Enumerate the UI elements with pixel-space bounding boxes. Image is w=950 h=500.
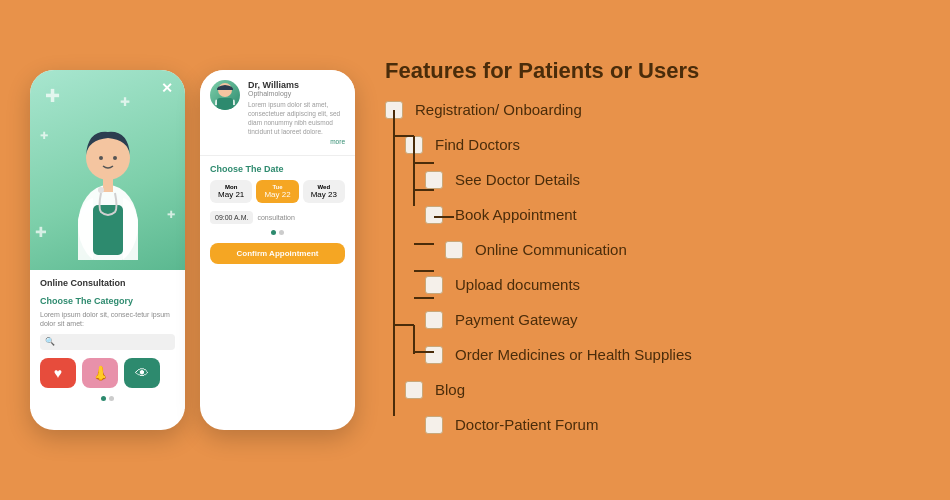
checkbox-online-communication[interactable]: [445, 241, 463, 259]
doctor-description: Lorem ipsum dolor sit amet, consectetuer…: [248, 100, 345, 136]
category-description: Lorem ipsum dolor sit, consec-tetur ipsu…: [40, 310, 175, 328]
feature-label-upload-documents: Upload documents: [455, 276, 580, 293]
features-section: Features for Patients or Users: [375, 58, 920, 441]
checkbox-doctor-forum[interactable]: [425, 416, 443, 434]
category-nose[interactable]: 👃: [82, 358, 118, 388]
avatar-illustration: [210, 80, 240, 110]
cross-icon-4: ✚: [35, 224, 47, 240]
checkbox-find-doctors[interactable]: [405, 136, 423, 154]
date-23: May 23: [305, 190, 343, 199]
decorations: ✚ ✚ ✚ ✚ ✚: [30, 70, 185, 270]
feature-find-doctors: Find Doctors: [405, 136, 920, 154]
cross-icon-2: ✚: [120, 95, 130, 109]
time-badge: 09:00 A.M.: [210, 211, 253, 224]
eye-icon: 👁: [135, 365, 149, 381]
doctor-name: Dr, Williams: [248, 80, 345, 90]
phone2-calendar: Choose The Date Mon May 21 Tue May 22 We…: [200, 156, 355, 272]
feature-label-find-doctors: Find Doctors: [435, 136, 520, 153]
feature-label-book-appointment: Book Appointment: [455, 206, 577, 223]
feature-doctor-forum: Doctor-Patient Forum: [425, 416, 920, 434]
doctor-avatar: [210, 80, 240, 110]
search-icon: 🔍: [45, 337, 55, 346]
dot-1: [101, 396, 106, 401]
checkbox-payment-gateway[interactable]: [425, 311, 443, 329]
category-heart[interactable]: ♥: [40, 358, 76, 388]
feature-order-medicines: Order Medicines or Health Supplies: [425, 346, 920, 364]
feature-label-blog: Blog: [435, 381, 465, 398]
choose-category-label: Choose The Category: [40, 296, 175, 306]
date-22: May 22: [258, 190, 296, 199]
feature-book-appointment: Book Appointment: [425, 206, 920, 224]
features-items: Registration/ Onboarding Find Doctors Se…: [385, 101, 920, 442]
feature-label-doctor-forum: Doctor-Patient Forum: [455, 416, 598, 433]
feature-blog: Blog: [405, 381, 920, 399]
checkbox-blog[interactable]: [405, 381, 423, 399]
cross-icon-5: ✚: [167, 209, 175, 220]
nose-icon: 👃: [92, 365, 109, 381]
doctor-more-link[interactable]: more: [248, 138, 345, 145]
date-mon[interactable]: Mon May 21: [210, 180, 252, 203]
feature-payment-gateway: Payment Gateway: [425, 311, 920, 329]
date-21: May 21: [212, 190, 250, 199]
checkbox-book-appointment[interactable]: [425, 206, 443, 224]
cal-dot-2: [279, 230, 284, 235]
phone-mockup-1: ✕ ✚ ✚ ✚ ✚ ✚: [30, 70, 185, 430]
phone-mockup-2: Dr, Williams Opthalmology Lorem ipsum do…: [200, 70, 355, 430]
date-wed[interactable]: Wed May 23: [303, 180, 345, 203]
feature-label-payment-gateway: Payment Gateway: [455, 311, 578, 328]
phone1-hero: ✕ ✚ ✚ ✚ ✚ ✚: [30, 70, 185, 270]
feature-upload-documents: Upload documents: [425, 276, 920, 294]
doctor-specialty: Opthalmology: [248, 90, 345, 97]
category-eye[interactable]: 👁: [124, 358, 160, 388]
phone2-doctor-info: Dr, Williams Opthalmology Lorem ipsum do…: [200, 70, 355, 156]
feature-label-doctor-details: See Doctor Details: [455, 171, 580, 188]
doctor-info: Dr, Williams Opthalmology Lorem ipsum do…: [248, 80, 345, 145]
search-bar[interactable]: 🔍: [40, 334, 175, 350]
feature-label-order-medicines: Order Medicines or Health Supplies: [455, 346, 692, 363]
feature-online-communication: Online Communication: [445, 241, 920, 259]
checkbox-doctor-details[interactable]: [425, 171, 443, 189]
phones-section: ✕ ✚ ✚ ✚ ✚ ✚: [30, 70, 355, 430]
checkbox-upload-documents[interactable]: [425, 276, 443, 294]
cross-icon-3: ✚: [40, 130, 48, 141]
pagination-dots: [40, 396, 175, 401]
heart-icon: ♥: [54, 365, 62, 381]
date-selector: Mon May 21 Tue May 22 Wed May 23: [210, 180, 345, 203]
category-icons: ♥ 👃 👁: [40, 358, 175, 388]
phone1-bottom: Online Consultation Choose The Category …: [30, 270, 185, 409]
svg-rect-8: [217, 98, 233, 110]
consultation-title: Online Consultation: [40, 278, 175, 290]
calendar-dots: [210, 230, 345, 235]
main-container: ✕ ✚ ✚ ✚ ✚ ✚: [0, 0, 950, 500]
confirm-appointment-button[interactable]: Confirm Appointment: [210, 243, 345, 264]
time-label: consultation: [257, 214, 294, 221]
checkbox-order-medicines[interactable]: [425, 346, 443, 364]
time-row: 09:00 A.M. consultation: [210, 211, 345, 224]
feature-doctor-details: See Doctor Details: [425, 171, 920, 189]
date-tue[interactable]: Tue May 22: [256, 180, 298, 203]
feature-label-online-communication: Online Communication: [475, 241, 627, 258]
features-list: Registration/ Onboarding Find Doctors Se…: [385, 101, 920, 442]
choose-date-label: Choose The Date: [210, 164, 345, 174]
cal-dot-1: [271, 230, 276, 235]
dot-2: [109, 396, 114, 401]
feature-label-registration: Registration/ Onboarding: [415, 101, 582, 118]
cross-icon-1: ✚: [45, 85, 60, 107]
checkbox-registration[interactable]: [385, 101, 403, 119]
features-title: Features for Patients or Users: [385, 58, 920, 84]
feature-registration: Registration/ Onboarding: [385, 101, 920, 119]
